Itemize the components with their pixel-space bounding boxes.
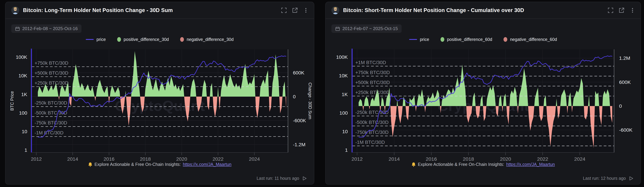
chart-footer: Explore Actionable & Free On-Chain Insig… xyxy=(326,162,640,167)
svg-text:+1M BTC/30D: +1M BTC/30D xyxy=(355,60,386,65)
svg-text:+750k BTC/30D: +750k BTC/30D xyxy=(355,70,390,75)
fullscreen-icon[interactable] xyxy=(608,8,614,13)
calendar-icon xyxy=(335,26,340,31)
legend-item-negative[interactable]: negative_difference_60d xyxy=(504,37,557,42)
legend-label: price xyxy=(420,37,429,42)
panel-header: Bitcoin: Long-Term Holder Net Position C… xyxy=(6,2,314,19)
svg-text:10: 10 xyxy=(22,129,27,134)
calendar-icon xyxy=(15,26,20,31)
kebab-menu-icon[interactable] xyxy=(303,8,309,13)
svg-text:2022: 2022 xyxy=(212,156,224,162)
svg-text:10K: 10K xyxy=(339,73,348,78)
bell-icon xyxy=(412,162,416,167)
svg-text:2022: 2022 xyxy=(537,156,548,162)
run-query-icon[interactable] xyxy=(629,176,633,181)
chart-panel-lth: Bitcoin: Long-Term Holder Net Position C… xyxy=(5,2,314,184)
svg-text:1K: 1K xyxy=(342,92,348,97)
svg-text:-1M BTC/30D: -1M BTC/30D xyxy=(355,140,385,145)
fullscreen-icon[interactable] xyxy=(281,8,287,13)
legend-label: positive_difference_60d xyxy=(447,37,492,42)
footer-text: Explore Actionable & Free On-Chain Insig… xyxy=(94,162,181,167)
svg-text:-600K: -600K xyxy=(293,118,306,123)
svg-text:2018: 2018 xyxy=(140,156,151,162)
svg-text:100K: 100K xyxy=(336,54,348,60)
kebab-menu-icon[interactable] xyxy=(630,8,636,13)
svg-text:+500k BTC/30D: +500k BTC/30D xyxy=(35,70,68,76)
svg-text:2016: 2016 xyxy=(426,156,437,162)
avatar-image xyxy=(332,6,339,14)
panel-header: Bitcoin: Short-Term Holder Net Position … xyxy=(326,2,640,19)
svg-text:100: 100 xyxy=(19,110,27,116)
panel-title: Bitcoin: Long-Term Holder Net Position C… xyxy=(23,7,173,14)
bell-icon xyxy=(88,162,92,167)
lth-net-position-chart[interactable]: 2012201420162018202020222024CryptoQuant+… xyxy=(6,48,314,162)
legend-item-price[interactable]: price xyxy=(409,37,429,42)
svg-text:600K: 600K xyxy=(293,70,304,75)
positive-dot-swatch xyxy=(117,37,121,42)
legend-label: negative_difference_60d xyxy=(510,37,557,42)
svg-text:2016: 2016 xyxy=(104,156,114,162)
chart-panel-sth: Bitcoin: Short-Term Holder Net Position … xyxy=(325,2,641,184)
legend-item-positive[interactable]: positive_difference_30d xyxy=(117,37,169,42)
svg-text:0: 0 xyxy=(619,103,622,109)
external-link-icon[interactable] xyxy=(292,8,298,13)
footer-link[interactable]: https://x.com/JA_Maartun xyxy=(506,162,555,167)
legend: price positive_difference_60d negative_d… xyxy=(326,36,640,43)
svg-text:1K: 1K xyxy=(21,92,27,97)
date-range-badge: 2012-Feb-08 ~ 2025-Oct-16 xyxy=(11,24,82,33)
avatar xyxy=(11,6,19,14)
negative-dot-swatch xyxy=(504,37,507,42)
svg-text:2014: 2014 xyxy=(388,156,400,162)
legend-label: price xyxy=(96,37,106,42)
last-run-label: Last run: 12 hours ago xyxy=(583,176,626,181)
legend-label: positive_difference_30d xyxy=(124,37,169,42)
date-range-badge: 2012-Feb-07 ~ 2025-Oct-15 xyxy=(332,24,402,33)
svg-text:+750k BTC/30D: +750k BTC/30D xyxy=(35,60,68,66)
svg-text:10K: 10K xyxy=(18,73,27,78)
svg-text:100: 100 xyxy=(340,110,348,115)
legend-label: negative_difference_30d xyxy=(187,37,234,42)
positive-dot-swatch xyxy=(440,37,444,42)
svg-text:BTC Price: BTC Price xyxy=(10,91,14,111)
svg-text:2014: 2014 xyxy=(67,156,78,162)
svg-text:2018: 2018 xyxy=(463,156,474,162)
svg-text:+500k BTC/30D: +500k BTC/30D xyxy=(355,80,390,85)
price-line-swatch xyxy=(86,39,94,40)
last-run-row: Last run: 11 hours ago xyxy=(257,176,307,181)
panel-title: Bitcoin: Short-Term Holder Net Position … xyxy=(343,7,524,14)
last-run-row: Last run: 12 hours ago xyxy=(583,176,633,181)
svg-text:-250k BTC/30D: -250k BTC/30D xyxy=(35,100,67,106)
last-run-label: Last run: 11 hours ago xyxy=(257,176,299,181)
legend: price positive_difference_30d negative_d… xyxy=(6,36,314,43)
svg-text:Change - 30D Sum: Change - 30D Sum xyxy=(308,83,312,119)
svg-text:1: 1 xyxy=(345,147,348,153)
svg-text:100K: 100K xyxy=(16,54,27,60)
chart-footer: Explore Actionable & Free On-Chain Insig… xyxy=(6,162,314,167)
svg-text:0: 0 xyxy=(293,94,296,99)
svg-text:1.2M: 1.2M xyxy=(619,56,630,61)
svg-text:2020: 2020 xyxy=(176,156,187,162)
svg-text:+250k BTC/30D: +250k BTC/30D xyxy=(35,80,68,86)
svg-text:+250k BTC/30D: +250k BTC/30D xyxy=(355,90,390,95)
run-query-icon[interactable] xyxy=(302,176,307,181)
svg-text:10: 10 xyxy=(342,129,348,134)
legend-item-price[interactable]: price xyxy=(86,37,106,42)
sth-net-position-chart[interactable]: 2012201420162018202020222024CryptoQuant+… xyxy=(326,48,640,162)
external-link-icon[interactable] xyxy=(618,8,624,13)
price-line-swatch xyxy=(409,39,417,40)
date-range-text: 2012-Feb-07 ~ 2025-Oct-15 xyxy=(342,26,398,31)
negative-dot-swatch xyxy=(180,37,184,42)
svg-text:-750k BTC/30D: -750k BTC/30D xyxy=(35,120,67,125)
svg-text:-1M BTC/30D: -1M BTC/30D xyxy=(35,130,64,135)
footer-link[interactable]: https://x.com/JA_Maartun xyxy=(183,162,232,167)
svg-text:1: 1 xyxy=(24,147,27,153)
legend-item-positive[interactable]: positive_difference_60d xyxy=(440,37,492,42)
svg-text:-250k BTC/30D: -250k BTC/30D xyxy=(355,110,388,115)
avatar-image xyxy=(11,6,19,14)
svg-text:600K: 600K xyxy=(619,79,631,85)
svg-text:2012: 2012 xyxy=(31,156,42,162)
svg-text:-500k BTC/30D: -500k BTC/30D xyxy=(355,120,388,125)
legend-item-negative[interactable]: negative_difference_30d xyxy=(180,37,234,42)
svg-text:-600K: -600K xyxy=(619,127,632,133)
svg-text:2024: 2024 xyxy=(574,156,585,162)
